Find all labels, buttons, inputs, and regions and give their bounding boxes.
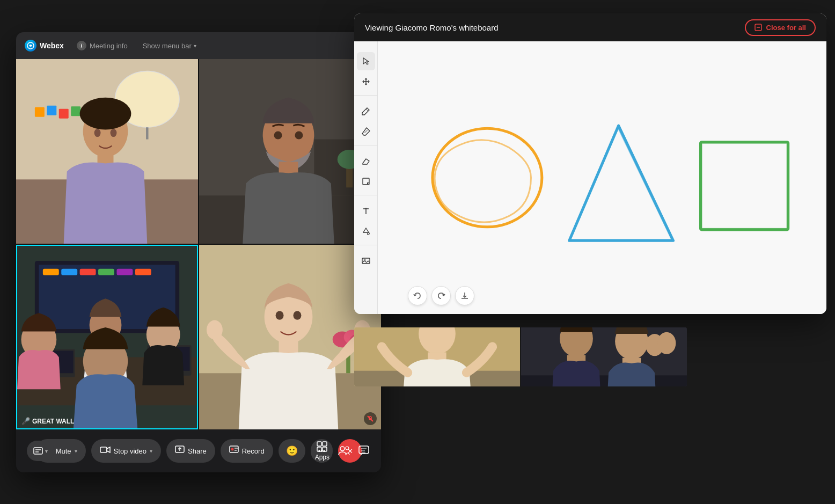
svg-rect-40: [135, 269, 151, 275]
svg-rect-67: [34, 448, 42, 454]
whiteboard-canvas[interactable]: [378, 41, 826, 314]
show-menu-label: Show menu bar: [143, 42, 192, 50]
redo-button[interactable]: [431, 286, 451, 305]
share-icon: [175, 445, 185, 456]
toolbar-image-section: [354, 247, 377, 274]
video-cell-3: 🎤 GREAT WALL: [16, 245, 198, 429]
svg-rect-13: [71, 106, 80, 116]
caption-caret-icon: ▾: [45, 448, 48, 454]
whiteboard-toolbar: [354, 41, 378, 314]
toolbar-draw-section: [354, 98, 377, 145]
close-for-all-label: Close for all: [766, 24, 806, 32]
svg-rect-83: [323, 447, 327, 451]
svg-point-77: [231, 448, 233, 451]
video-grid: 🎤 GREAT WALL: [16, 59, 381, 429]
svg-point-114: [657, 332, 676, 354]
whiteboard-body: [354, 41, 826, 314]
svg-rect-76: [230, 446, 238, 452]
bottom-participant-strip: [354, 327, 687, 386]
svg-rect-36: [61, 269, 77, 275]
stop-video-label: Stop video: [114, 447, 147, 455]
video-icon: [100, 446, 111, 456]
text-tool-button[interactable]: [357, 202, 375, 220]
show-menu-button[interactable]: Show menu bar ▾: [143, 42, 196, 50]
webex-label: Webex: [40, 41, 64, 50]
meeting-info-label: Meeting info: [90, 42, 128, 50]
highlighter-tool-button[interactable]: [357, 122, 375, 141]
svg-point-61: [207, 320, 223, 340]
select-tool-button[interactable]: [357, 52, 375, 70]
meeting-header: Webex Meeting info Show menu bar ▾: [16, 32, 381, 59]
participant-thumb-2: [521, 327, 687, 386]
svg-point-28: [274, 132, 282, 140]
move-tool-button[interactable]: [357, 72, 375, 91]
chat-button[interactable]: [358, 445, 370, 456]
image-tool-button[interactable]: [357, 252, 375, 270]
svg-rect-12: [59, 109, 69, 119]
svg-rect-11: [47, 106, 56, 115]
pen-tool-button[interactable]: [357, 102, 375, 120]
record-label: Record: [242, 447, 265, 455]
svg-rect-86: [359, 446, 369, 454]
svg-point-84: [340, 447, 345, 451]
close-for-all-button[interactable]: Close for all: [745, 19, 816, 36]
whiteboard-title: Viewing Giacomo Romo's whiteboard: [365, 23, 499, 32]
svg-line-93: [366, 109, 368, 111]
bottom-toolbar: [408, 286, 474, 305]
eraser-tool-button[interactable]: [357, 152, 375, 170]
toolbar-shape-section: [354, 148, 377, 195]
svg-point-29: [295, 132, 303, 140]
whiteboard-header: Viewing Giacomo Romo's whiteboard Close …: [354, 13, 826, 41]
svg-point-85: [346, 447, 349, 450]
toolbar-text-section: [354, 198, 377, 245]
svg-point-64: [293, 311, 301, 319]
sticky-tool-button[interactable]: [357, 172, 375, 191]
apps-label: Apps: [315, 454, 329, 461]
mic-off-badge-4: [364, 412, 377, 425]
svg-rect-80: [317, 442, 321, 446]
participants-button[interactable]: [338, 445, 350, 456]
svg-point-19: [94, 129, 101, 137]
reactions-icon: 🙂: [286, 445, 298, 457]
svg-rect-81: [323, 442, 327, 446]
mute-label: Mute: [56, 447, 71, 455]
undo-button[interactable]: [408, 286, 427, 305]
stop-video-caret-icon: ▾: [150, 448, 152, 454]
meeting-window: Webex Meeting info Show menu bar ▾: [16, 32, 381, 472]
chevron-down-icon: ▾: [194, 43, 196, 49]
svg-rect-101: [701, 142, 788, 230]
svg-point-20: [110, 129, 116, 137]
svg-rect-95: [363, 178, 369, 185]
svg-rect-35: [43, 269, 59, 275]
controls-bar: ▾ Mute ▾ Stop video: [16, 429, 381, 472]
svg-rect-73: [100, 447, 107, 452]
meeting-info-button[interactable]: Meeting info: [72, 39, 132, 53]
mute-caret-icon: ▾: [75, 448, 77, 454]
fill-tool-button[interactable]: [357, 222, 375, 240]
record-button[interactable]: Record: [221, 439, 273, 463]
svg-rect-98: [362, 258, 370, 264]
svg-rect-37: [80, 269, 96, 275]
apps-button[interactable]: Apps: [315, 441, 329, 461]
reactions-button[interactable]: 🙂: [279, 439, 305, 463]
whiteboard-window: Viewing Giacomo Romo's whiteboard Close …: [354, 13, 826, 314]
record-icon: [229, 445, 239, 456]
video-cell-1: [16, 59, 198, 244]
download-button[interactable]: [455, 286, 474, 305]
right-controls: Apps: [315, 441, 370, 461]
svg-rect-108: [521, 375, 687, 386]
caption-button[interactable]: ▾: [27, 441, 54, 461]
svg-point-100: [433, 128, 542, 227]
whiteboard-svg: [378, 41, 826, 314]
participant-thumb-1: [354, 327, 520, 386]
great-wall-label: 🎤 GREAT WALL: [21, 417, 74, 425]
svg-point-4: [81, 44, 82, 45]
share-button[interactable]: Share: [166, 439, 215, 463]
webex-icon: [25, 40, 36, 52]
svg-point-99: [364, 259, 365, 261]
info-icon: [77, 41, 86, 50]
svg-point-63: [276, 311, 284, 319]
share-label: Share: [188, 447, 207, 455]
stop-video-button[interactable]: Stop video ▾: [91, 439, 161, 463]
webex-logo: Webex: [25, 40, 64, 52]
